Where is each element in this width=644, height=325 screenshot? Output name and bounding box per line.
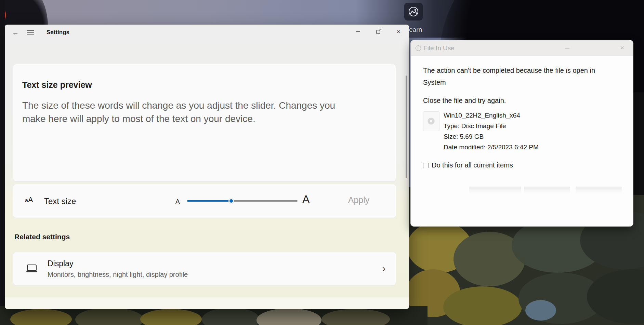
dialog-instruction: Close the file and try again. [423, 97, 626, 105]
minimize-button[interactable] [350, 26, 366, 37]
checkbox-label: Do this for all current items [432, 161, 513, 169]
rock-shape [10, 309, 72, 325]
close-icon[interactable]: ✕ [620, 45, 625, 51]
chevron-right-icon: › [382, 263, 385, 274]
back-button[interactable]: ← [10, 28, 21, 37]
close-icon: ✕ [396, 29, 400, 34]
desktop-shortcut-label[interactable]: earn [409, 26, 422, 33]
file-info-row: Win10_22H2_English_x64 Type: Disc Image … [423, 110, 626, 152]
file-in-use-dialog: File In Use ✕ The action can't be comple… [410, 40, 633, 227]
related-settings-heading: Related settings [14, 233, 70, 241]
apply-button[interactable]: Apply [331, 195, 386, 205]
rock-shape [443, 286, 522, 325]
rock-shape [257, 308, 321, 325]
rock-shape [75, 308, 144, 325]
disc-image-file-icon [423, 111, 439, 131]
desktop-shortcut-icon[interactable] [404, 3, 423, 21]
faded-button[interactable] [469, 187, 521, 193]
display-item-subtitle: Monitors, brightness, night light, displ… [48, 271, 188, 279]
file-name: Win10_22H2_English_x64 [444, 110, 539, 121]
rock-shape [321, 309, 390, 325]
restore-icon [376, 30, 380, 34]
slider-thumb[interactable] [228, 198, 234, 204]
dialog-body: The action can't be completed because th… [423, 56, 626, 169]
desktop-screen: earn ← Settings ✕ Accessibility › Text s… [0, 0, 644, 325]
preview-paragraph: The size of these words will change as y… [22, 99, 340, 125]
navigation-menu-button[interactable] [27, 30, 34, 35]
back-arrow-icon: ← [12, 29, 19, 36]
slider-fill [187, 200, 231, 202]
text-size-icon: aA [25, 195, 33, 204]
dialog-message: The action can't be completed because th… [423, 65, 598, 89]
wallpaper-edge [0, 0, 5, 325]
faded-button[interactable] [576, 187, 622, 193]
file-details: Win10_22H2_English_x64 Type: Disc Image … [444, 110, 539, 152]
window-bottom-strip [5, 297, 409, 309]
hamburger-icon [27, 30, 34, 31]
file-type: Type: Disc Image File [444, 121, 539, 131]
file-modified: Date modified: 2/5/2023 6:42 PM [444, 142, 539, 152]
file-operation-icon [416, 45, 421, 51]
checkbox-row: Do this for all current items [423, 161, 626, 169]
rock-shape [202, 308, 260, 325]
display-icon [26, 263, 38, 274]
faded-button[interactable] [524, 187, 570, 193]
text-size-slider-row: aA Text size A A Apply [13, 184, 396, 218]
close-button[interactable]: ✕ [391, 26, 406, 37]
preview-heading: Text size preview [22, 80, 387, 90]
photo-icon [408, 6, 419, 17]
slider-min-label: A [175, 198, 180, 205]
window-title: Settings [47, 29, 69, 36]
slider-max-label: A [302, 193, 310, 206]
settings-titlebar: ← Settings ✕ [5, 25, 409, 40]
scrollbar-thumb[interactable] [406, 76, 407, 178]
settings-window: ← Settings ✕ Accessibility › Text size T… [5, 25, 409, 309]
hamburger-icon [27, 35, 34, 35]
wallpaper-rocks [0, 306, 428, 325]
minimize-icon[interactable] [565, 48, 569, 49]
rock-shape [140, 309, 202, 325]
display-item-text: Display Monitors, brightness, night ligh… [48, 259, 188, 279]
hamburger-icon [27, 32, 34, 33]
text-size-slider[interactable] [187, 200, 298, 202]
restore-button[interactable] [370, 26, 386, 37]
rock-shape [525, 300, 556, 321]
dialog-titlebar: File In Use ✕ [411, 40, 633, 56]
minimize-icon [356, 31, 360, 32]
display-item-title: Display [48, 259, 188, 268]
display-settings-item[interactable]: Display Monitors, brightness, night ligh… [13, 252, 396, 285]
text-size-preview-card: Text size preview The size of these word… [13, 64, 396, 181]
slider-label: Text size [44, 197, 76, 206]
rock-shape [587, 269, 644, 324]
dialog-title: File In Use [423, 44, 455, 52]
file-size: Size: 5.69 GB [444, 131, 539, 142]
do-this-for-all-checkbox[interactable] [423, 163, 429, 168]
